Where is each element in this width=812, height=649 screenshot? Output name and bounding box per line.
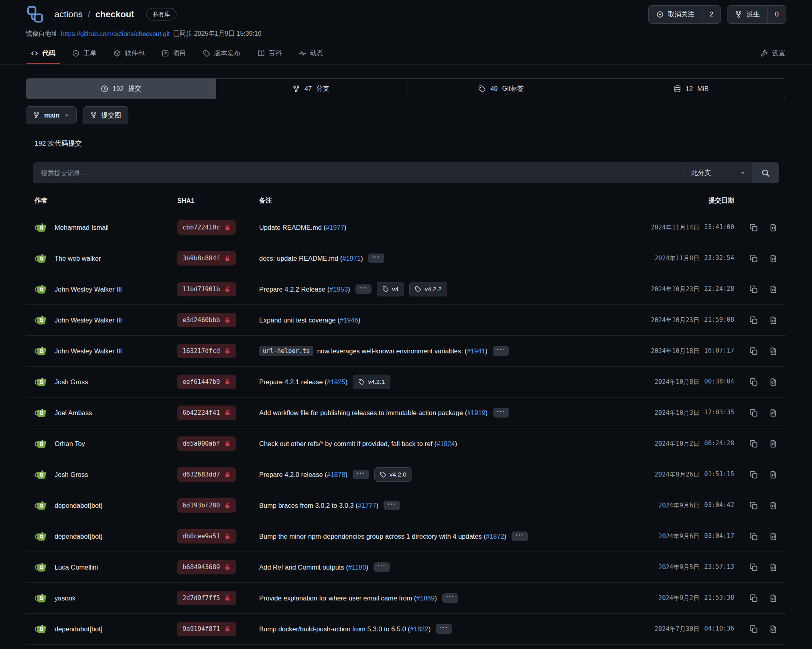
repo-owner-link[interactable]: actions <box>55 9 83 20</box>
tag-badge[interactable]: v4.2.1 <box>353 375 390 389</box>
commit-author-link[interactable]: Josh Gross <box>55 471 88 479</box>
copy-sha-button[interactable] <box>749 316 758 324</box>
commit-sha-badge[interactable]: 6d193bf280 <box>177 498 236 513</box>
commit-author-link[interactable]: The web walker <box>55 255 101 262</box>
copy-sha-button[interactable] <box>749 347 758 355</box>
search-button[interactable] <box>752 163 779 183</box>
browse-source-button[interactable] <box>769 409 777 417</box>
browse-source-button[interactable] <box>769 285 777 294</box>
tab-activity[interactable]: 动态 <box>294 44 328 64</box>
commit-sha-badge[interactable]: 6b42224f41 <box>177 406 236 420</box>
commit-author-link[interactable]: John Wesley Walker III <box>55 286 122 293</box>
commit-author-link[interactable]: Mohammad Ismail <box>55 224 109 231</box>
commit-sha-badge[interactable]: e3d2460bbb <box>177 313 236 327</box>
pr-link[interactable]: #1872 <box>486 533 504 540</box>
tab-settings[interactable]: 设置 <box>756 44 790 64</box>
browse-source-button[interactable] <box>769 471 777 479</box>
browse-source-button[interactable] <box>769 563 777 572</box>
browse-source-button[interactable] <box>769 532 777 541</box>
commit-author-link[interactable]: dependabot[bot] <box>55 502 102 509</box>
browse-source-button[interactable] <box>769 347 777 355</box>
copy-sha-button[interactable] <box>749 563 758 572</box>
pr-link[interactable]: #1941 <box>467 347 485 355</box>
commit-author-link[interactable]: Orhan Toy <box>55 440 85 448</box>
commit-sha-badge[interactable]: d632683dd7 <box>177 467 236 482</box>
branch-selector[interactable]: main <box>26 106 77 124</box>
expand-commit-button[interactable]: ··· <box>493 408 509 418</box>
forks-count[interactable]: 0 <box>767 6 786 23</box>
copy-sha-button[interactable] <box>749 409 758 417</box>
pr-link[interactable]: #1977 <box>326 224 344 231</box>
commit-author-link[interactable]: yasonk <box>55 594 75 602</box>
commit-sha-badge[interactable]: cbb722410c <box>177 220 236 235</box>
stat-branches[interactable]: 47分支 <box>216 79 406 99</box>
browse-source-button[interactable] <box>769 501 777 510</box>
tag-badge[interactable]: v4.2.2 <box>409 282 447 296</box>
commit-author-link[interactable]: dependabot[bot] <box>55 625 102 633</box>
expand-commit-button[interactable]: ··· <box>384 501 400 510</box>
copy-sha-button[interactable] <box>749 223 758 232</box>
tag-badge[interactable]: v4 <box>377 282 404 296</box>
commit-author-link[interactable]: Luca Comellini <box>55 564 98 571</box>
pr-link[interactable]: #1869 <box>416 594 435 602</box>
expand-commit-button[interactable]: ··· <box>442 593 458 603</box>
pr-link[interactable]: #1971 <box>342 255 361 262</box>
fork-button[interactable]: 派生 <box>727 6 767 23</box>
browse-source-button[interactable] <box>769 594 777 602</box>
tab-releases[interactable]: 版本发布 <box>199 44 245 64</box>
copy-sha-button[interactable] <box>749 378 758 386</box>
commit-author-link[interactable]: Joel Ambass <box>55 409 92 417</box>
browse-source-button[interactable] <box>769 440 777 448</box>
browse-source-button[interactable] <box>769 316 777 324</box>
copy-sha-button[interactable] <box>749 285 758 294</box>
mirror-url-link[interactable]: https://github.com/actions/checkout.git <box>61 30 170 38</box>
commit-sha-badge[interactable]: db0cee9a51 <box>177 529 236 544</box>
copy-sha-button[interactable] <box>749 594 758 602</box>
commit-author-link[interactable]: John Wesley Walker III <box>55 347 122 355</box>
repo-name-link[interactable]: checkout <box>95 9 134 20</box>
pr-link[interactable]: #1919 <box>467 409 485 417</box>
pr-link[interactable]: #1925 <box>327 378 345 386</box>
commit-sha-badge[interactable]: b684943689 <box>177 560 236 574</box>
stat-tags[interactable]: 49Git标签 <box>406 79 596 99</box>
pr-link[interactable]: #1878 <box>327 471 345 479</box>
expand-commit-button[interactable]: ··· <box>368 254 384 263</box>
copy-sha-button[interactable] <box>749 254 758 263</box>
browse-source-button[interactable] <box>769 223 777 232</box>
tab-projects[interactable]: 项目 <box>157 44 191 64</box>
expand-commit-button[interactable]: ··· <box>355 284 371 294</box>
tab-packages[interactable]: 软件包 <box>109 44 149 64</box>
commit-sha-badge[interactable]: 9a9194f871 <box>177 622 236 636</box>
commit-sha-badge[interactable]: 163217dfcd <box>177 344 236 358</box>
commit-author-link[interactable]: dependabot[bot] <box>55 533 102 540</box>
commit-sha-badge[interactable]: 11bd71901b <box>177 282 236 296</box>
commit-graph-button[interactable]: 提交图 <box>83 106 129 124</box>
expand-commit-button[interactable]: ··· <box>512 531 528 541</box>
copy-sha-button[interactable] <box>749 501 758 510</box>
branch-scope-select[interactable]: 此分支 <box>684 163 752 183</box>
tag-badge[interactable]: v4.2.0 <box>374 467 412 482</box>
browse-source-button[interactable] <box>769 378 777 386</box>
browse-source-button[interactable] <box>769 625 777 633</box>
pr-link[interactable]: #1180 <box>348 564 366 571</box>
copy-sha-button[interactable] <box>749 625 758 633</box>
copy-sha-button[interactable] <box>749 471 758 479</box>
stat-commits[interactable]: 192提交 <box>26 79 216 99</box>
tab-wiki[interactable]: 百科 <box>253 44 286 64</box>
tab-code[interactable]: 代码 <box>26 44 60 64</box>
expand-commit-button[interactable]: ··· <box>374 562 390 572</box>
browse-source-button[interactable] <box>769 254 777 263</box>
copy-sha-button[interactable] <box>749 440 758 448</box>
expand-commit-button[interactable]: ··· <box>353 470 369 479</box>
pr-link[interactable]: #1924 <box>436 440 455 448</box>
copy-sha-button[interactable] <box>749 532 758 541</box>
pr-link[interactable]: #1946 <box>340 316 358 324</box>
pr-link[interactable]: #1953 <box>329 286 348 293</box>
expand-commit-button[interactable]: ··· <box>493 346 509 356</box>
commit-sha-badge[interactable]: de5a000abf <box>177 436 236 451</box>
commit-sha-badge[interactable]: eef61447b9 <box>177 375 236 389</box>
unwatch-button[interactable]: 取消关注 <box>649 6 702 23</box>
commit-author-link[interactable]: Josh Gross <box>55 378 88 386</box>
tab-issues[interactable]: 工单 <box>68 44 101 64</box>
commit-sha-badge[interactable]: 3b9b8c884f <box>177 251 236 266</box>
